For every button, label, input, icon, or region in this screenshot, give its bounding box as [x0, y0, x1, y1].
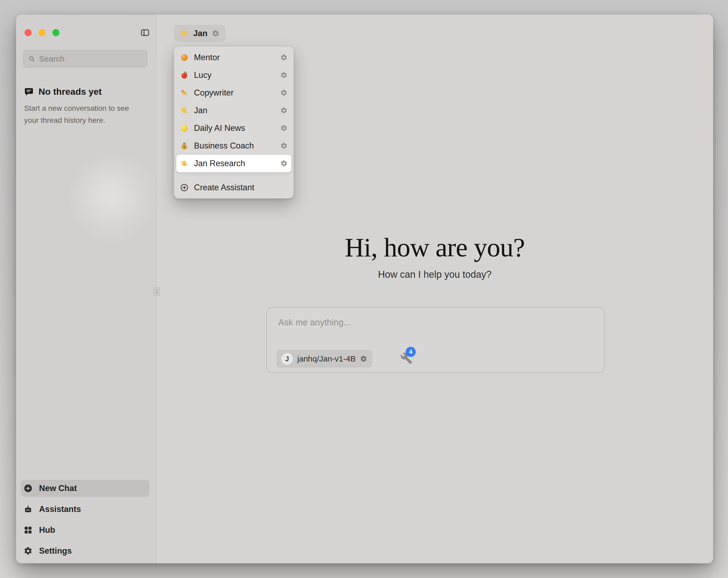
sidebar-resize-handle[interactable] — [153, 287, 160, 296]
menu-item-copywriter[interactable]: Copywriter — [176, 84, 291, 102]
tools-count-badge: 4 — [406, 347, 416, 357]
menu-item-label: Create Assistant — [194, 183, 288, 193]
drag-dots-icon — [155, 289, 158, 295]
menu-item-label: Copywriter — [194, 88, 275, 98]
sidebar-item-label: New Chat — [39, 483, 77, 493]
pencil-icon — [180, 89, 189, 97]
sidebar: No threads yet Start a new conversation … — [16, 15, 157, 563]
waving-hand-icon — [180, 159, 189, 168]
menu-item-lucy[interactable]: Lucy — [176, 66, 291, 84]
model-selector[interactable]: J janhq/Jan-v1-4B — [277, 350, 372, 368]
menu-item-create-assistant[interactable]: Create Assistant — [176, 179, 291, 196]
menu-item-label: Business Coach — [194, 141, 275, 151]
gear-icon[interactable] — [280, 54, 288, 61]
menu-item-label: Jan — [194, 106, 275, 115]
menu-item-label: Daily AI News — [194, 123, 275, 133]
sidebar-item-label: Assistants — [39, 504, 81, 514]
empty-state-description: Start a new conversation to see your thr… — [24, 102, 143, 127]
main-area: Jan Mentor Lucy Copywriter — [157, 15, 713, 563]
assistants-icon — [24, 505, 33, 514]
gear-icon[interactable] — [280, 124, 288, 132]
chat-bubble-icon — [24, 87, 34, 97]
settings-gear-icon — [24, 547, 33, 555]
chat-input[interactable] — [278, 317, 519, 342]
menu-item-jan-research[interactable]: Jan Research — [176, 155, 291, 172]
search-input[interactable] — [39, 54, 142, 64]
yellow-circle-icon — [180, 124, 189, 132]
gear-icon[interactable] — [280, 107, 288, 114]
plus-circle-outline-icon — [180, 183, 189, 192]
search-field[interactable] — [23, 50, 148, 68]
sidebar-item-new-chat[interactable]: New Chat — [21, 480, 149, 497]
greeting-subtitle: How can I help you today? — [157, 269, 713, 280]
apple-icon — [180, 71, 189, 79]
menu-item-mentor[interactable]: Mentor — [176, 49, 291, 66]
gear-icon[interactable] — [280, 160, 288, 167]
waving-hand-icon — [180, 106, 189, 115]
gear-icon[interactable] — [280, 71, 288, 79]
money-bag-icon — [180, 142, 189, 150]
window-controls — [25, 29, 59, 36]
model-avatar: J — [281, 353, 293, 365]
menu-item-business-coach[interactable]: Business Coach — [176, 137, 291, 155]
empty-state-title: No threads yet — [38, 86, 102, 97]
sidebar-item-label: Hub — [39, 525, 55, 535]
assistant-selector[interactable]: Jan — [174, 25, 226, 42]
menu-item-label: Mentor — [194, 53, 275, 62]
app-window: No threads yet Start a new conversation … — [16, 15, 713, 563]
assistant-settings-gear-icon[interactable] — [212, 29, 220, 37]
model-settings-gear-icon[interactable] — [360, 355, 367, 362]
sidebar-nav: New Chat Assistants Hub Settings — [21, 480, 149, 563]
assistant-dropdown-menu: Mentor Lucy Copywriter Jan Daily AI News — [174, 46, 294, 199]
hub-grid-icon — [24, 526, 33, 535]
plus-circle-icon — [24, 484, 33, 493]
sidebar-item-settings[interactable]: Settings — [21, 543, 149, 559]
sidebar-toggle-icon — [140, 28, 150, 37]
menu-item-jan[interactable]: Jan — [176, 102, 291, 119]
search-icon — [28, 55, 35, 63]
chat-composer: J janhq/Jan-v1-4B 4 — [266, 307, 605, 373]
minimize-button[interactable] — [38, 29, 46, 36]
greeting-heading: Hi, how are you? — [157, 232, 713, 263]
waving-hand-icon — [180, 29, 189, 38]
zoom-button[interactable] — [52, 29, 59, 36]
threads-empty-state: No threads yet Start a new conversation … — [24, 86, 143, 127]
sidebar-toggle-button[interactable] — [138, 26, 151, 39]
menu-item-label: Jan Research — [194, 159, 275, 168]
model-name: janhq/Jan-v1-4B — [297, 354, 356, 363]
orange-circle-icon — [180, 53, 189, 62]
menu-item-daily-ai-news[interactable]: Daily AI News — [176, 119, 291, 137]
current-assistant-name: Jan — [193, 29, 207, 38]
sidebar-item-assistants[interactable]: Assistants — [21, 501, 149, 518]
gear-icon[interactable] — [280, 142, 288, 150]
gear-icon[interactable] — [280, 89, 288, 97]
menu-item-label: Lucy — [194, 70, 275, 80]
close-button[interactable] — [25, 29, 31, 36]
sidebar-decorative-blob — [72, 156, 157, 245]
sidebar-item-hub[interactable]: Hub — [21, 522, 149, 539]
sidebar-item-label: Settings — [39, 546, 72, 556]
